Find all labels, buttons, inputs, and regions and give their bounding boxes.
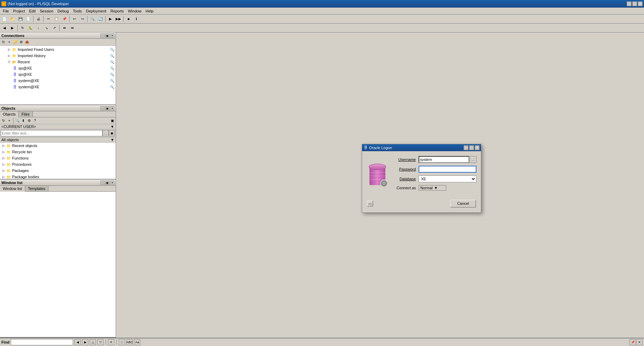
find-btn[interactable]: 🔍 <box>89 15 96 23</box>
dash-button[interactable]: — <box>367 200 373 207</box>
wl-close-btn[interactable]: ✕ <box>110 181 114 185</box>
menu-edit[interactable]: Edit <box>27 8 38 14</box>
find-prev-btn[interactable]: ◀ <box>74 339 81 345</box>
menu-window[interactable]: Window <box>126 8 143 14</box>
tab-templates[interactable]: Templates <box>25 186 48 191</box>
save-btn[interactable]: 💾 <box>17 15 24 23</box>
expand-imported-history[interactable]: ▷ <box>7 54 11 58</box>
menu-debug[interactable]: Debug <box>55 8 71 14</box>
back-btn[interactable]: ◀ <box>1 24 8 32</box>
info-btn[interactable]: ℹ <box>133 15 140 23</box>
copy-btn[interactable]: 📋 <box>53 15 60 23</box>
fwd-btn[interactable]: ▶ <box>9 24 16 32</box>
find-up-btn[interactable]: △ <box>90 339 96 345</box>
find-down-btn[interactable]: ▽ <box>97 339 104 345</box>
database-select[interactable]: XE ORCL <box>419 175 476 182</box>
find-case-btn[interactable]: Aa <box>134 339 140 345</box>
menu-reports[interactable]: Reports <box>108 8 126 14</box>
expand-imported-fixed[interactable]: ▷ <box>7 47 11 52</box>
minimize-button[interactable]: ─ <box>627 1 632 6</box>
nav-back-btn[interactable]: ⬅ <box>69 24 76 32</box>
expand-package-bodies[interactable]: ▷ <box>1 175 6 179</box>
debug-btn[interactable]: 🐛 <box>27 24 34 32</box>
nav-fwd-btn[interactable]: ➡ <box>61 24 68 32</box>
connections-restore-btn[interactable]: □ <box>100 34 105 38</box>
expand-packages[interactable]: ▷ <box>1 169 6 173</box>
maximize-button[interactable]: □ <box>632 1 637 6</box>
user-dropdown[interactable]: <CURRENT USER> ▼ <box>0 124 116 129</box>
new-btn[interactable]: 📄 <box>1 15 8 23</box>
tree-item-recent[interactable]: ▽ 📂 Recent 🔍 <box>0 59 116 65</box>
obj-filter-btn[interactable]: ⬇ <box>20 118 26 124</box>
run2-btn[interactable]: ▶▶ <box>115 15 122 23</box>
find-regex-btn[interactable]: ABC <box>126 339 133 345</box>
obj-refresh-btn[interactable]: ↻ <box>1 118 6 124</box>
paste-btn[interactable]: 📌 <box>61 15 68 23</box>
connections-close-btn[interactable]: ✕ <box>110 34 114 38</box>
menu-file[interactable]: File <box>1 8 11 14</box>
expand-recent-obj[interactable]: ▷ <box>1 144 6 148</box>
conn-remove-btn[interactable]: 🔑 <box>12 39 18 45</box>
expand-functions[interactable]: ▷ <box>1 156 6 160</box>
open-btn[interactable]: 📂 <box>9 15 16 23</box>
tab-objects[interactable]: Objects <box>0 111 19 117</box>
obj-settings-btn[interactable]: ⚙ <box>26 118 32 124</box>
refresh-btn[interactable]: ↻ <box>19 24 26 32</box>
tree-item-sjx1[interactable]: 🗄 sjx@XE 🔍 <box>0 65 116 71</box>
obj-add-btn[interactable]: + <box>7 118 12 124</box>
obj-search-btn[interactable]: 🔍 <box>15 118 20 124</box>
filter-apply-btn[interactable]: ▣ <box>109 130 115 136</box>
username-input[interactable] <box>419 156 469 163</box>
expand-recycle[interactable]: ▷ <box>1 150 6 154</box>
obj-package-bodies[interactable]: ▷ 📁 Package bodies <box>0 174 116 179</box>
connect-as-dropdown[interactable]: Normal ▼ <box>419 185 446 191</box>
obj-help-btn[interactable]: ? <box>32 118 38 124</box>
obj-recycle[interactable]: ▷ 📁 Recycle bin <box>0 149 116 155</box>
tree-item-imported-fixed[interactable]: ▷ 📁 Imported Fixed Users 🔍 <box>0 46 116 53</box>
step-into-btn[interactable]: ↘ <box>43 24 50 32</box>
objects-close-btn[interactable]: ✕ <box>110 106 114 110</box>
menu-deployment[interactable]: Deployment <box>84 8 108 14</box>
menu-help[interactable]: Help <box>144 8 156 14</box>
replace-btn[interactable]: 🔄 <box>97 15 104 23</box>
window-list-tree[interactable] <box>0 192 116 337</box>
connections-tree[interactable]: ▷ 📁 Imported Fixed Users 🔍 ▷ 📁 Imported … <box>0 46 116 104</box>
conn-import-btn[interactable]: 📥 <box>24 39 30 45</box>
conn-settings-btn[interactable]: ⚙ <box>18 39 24 45</box>
find-panel-close[interactable]: ✕ <box>636 339 643 345</box>
dialog-maximize-btn[interactable]: □ <box>469 145 474 150</box>
tree-item-sjx2[interactable]: 🗄 sjx@XE 🔍 <box>0 71 116 78</box>
menu-session[interactable]: Session <box>38 8 55 14</box>
all-objects-header[interactable]: All objects ▼ <box>0 137 116 143</box>
expand-recent[interactable]: ▽ <box>7 60 11 64</box>
find-clear-btn[interactable]: ✕ <box>108 339 114 345</box>
find-panel-pin[interactable]: 📌 <box>629 339 636 345</box>
dialog-close-btn[interactable]: ✕ <box>475 145 480 150</box>
objects-list[interactable]: ▷ 📁 Recent objects ▷ 📁 Recycle bin ▷ 📁 F… <box>0 143 116 179</box>
username-browse-btn[interactable]: … <box>469 156 476 163</box>
cut-btn[interactable]: ✂ <box>45 15 52 23</box>
step-over-btn[interactable]: ↓ <box>35 24 42 32</box>
filter-input[interactable] <box>1 130 102 136</box>
dialog-minimize-btn[interactable]: ─ <box>464 145 468 150</box>
find-match-btn[interactable]: □ <box>119 339 125 345</box>
conn-refresh-btn[interactable]: ↻ <box>1 39 6 45</box>
obj-recent[interactable]: ▷ 📁 Recent objects <box>0 143 116 149</box>
menu-tools[interactable]: Tools <box>71 8 84 14</box>
objects-restore-btn[interactable]: □ <box>100 106 105 110</box>
expand-procedures[interactable]: ▷ <box>1 162 6 166</box>
tree-item-sys1[interactable]: 🗄 system@XE 🔍 <box>0 78 116 84</box>
step-out-btn[interactable]: ↗ <box>51 24 58 32</box>
find-next-btn[interactable]: ▶ <box>82 339 88 345</box>
cancel-button[interactable]: Cancel <box>450 200 476 208</box>
obj-packages[interactable]: ▷ 📁 Packages <box>0 167 116 174</box>
redo-btn[interactable]: ↪ <box>79 15 86 23</box>
connections-maximize-btn[interactable]: ▣ <box>105 34 109 38</box>
conn-add-btn[interactable]: + <box>7 39 12 45</box>
password-input[interactable] <box>419 166 476 173</box>
run-btn[interactable]: ▶ <box>107 15 114 23</box>
find-input[interactable] <box>11 339 73 345</box>
wl-maximize-btn[interactable]: ▣ <box>105 181 109 185</box>
filter-more-btn[interactable]: … <box>102 130 109 136</box>
undo-btn[interactable]: ↩ <box>71 15 78 23</box>
